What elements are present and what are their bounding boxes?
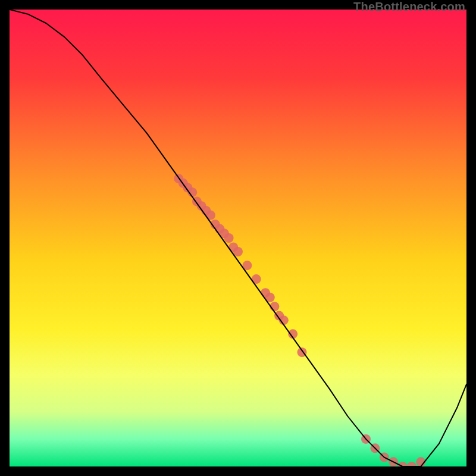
data-point bbox=[407, 462, 416, 466]
data-point bbox=[224, 233, 234, 243]
bottleneck-curve bbox=[10, 10, 466, 466]
chart-stage: TheBottleneck.com bbox=[0, 0, 476, 476]
plot-area bbox=[10, 10, 466, 466]
curve-overlay bbox=[10, 10, 466, 466]
data-point bbox=[398, 462, 408, 466]
watermark-text: TheBottleneck.com bbox=[353, 0, 465, 14]
data-point bbox=[233, 247, 243, 256]
points-layer bbox=[174, 174, 425, 466]
